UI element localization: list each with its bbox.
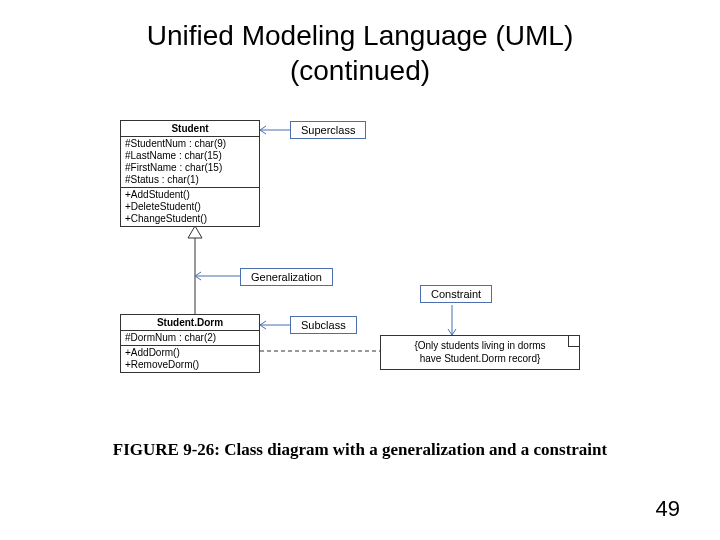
note-line-1: {Only students living in dorms <box>387 340 573 353</box>
connector-constraint <box>450 305 454 335</box>
attr: #FirstName : char(15) <box>125 162 255 174</box>
class-student-dorm: Student.Dorm #DormNum : char(2) +AddDorm… <box>120 314 260 373</box>
connector-generalization <box>195 274 240 278</box>
op: +AddDorm() <box>125 347 255 359</box>
attr: #StudentNum : char(9) <box>125 138 255 150</box>
op: +RemoveDorm() <box>125 359 255 371</box>
attr: #DormNum : char(2) <box>125 332 255 344</box>
class-student-operations: +AddStudent() +DeleteStudent() +ChangeSt… <box>121 188 259 226</box>
class-student: Student #StudentNum : char(9) #LastName … <box>120 120 260 227</box>
op: +AddStudent() <box>125 189 255 201</box>
label-generalization: Generalization <box>240 268 333 286</box>
label-constraint: Constraint <box>420 285 492 303</box>
label-superclass: Superclass <box>290 121 366 139</box>
op: +ChangeStudent() <box>125 213 255 225</box>
note-link <box>260 348 380 354</box>
generalization-arrow <box>185 226 205 314</box>
label-subclass: Subclass <box>290 316 357 334</box>
op: +DeleteStudent() <box>125 201 255 213</box>
class-student-name: Student <box>121 121 259 137</box>
constraint-note: {Only students living in dorms have Stud… <box>380 335 580 370</box>
note-line-2: have Student.Dorm record} <box>387 353 573 366</box>
title-line-2: (continued) <box>0 53 720 88</box>
svg-marker-2 <box>188 226 202 238</box>
connector-subclass <box>260 323 290 327</box>
slide-title: Unified Modeling Language (UML) (continu… <box>0 0 720 88</box>
class-student-attributes: #StudentNum : char(9) #LastName : char(1… <box>121 137 259 188</box>
page-number: 49 <box>656 496 680 522</box>
attr: #Status : char(1) <box>125 174 255 186</box>
connector-superclass <box>260 128 290 132</box>
class-student-dorm-name: Student.Dorm <box>121 315 259 331</box>
class-student-dorm-operations: +AddDorm() +RemoveDorm() <box>121 346 259 372</box>
class-student-dorm-attributes: #DormNum : char(2) <box>121 331 259 346</box>
title-line-1: Unified Modeling Language (UML) <box>0 18 720 53</box>
figure-caption: FIGURE 9-26: Class diagram with a genera… <box>0 440 720 460</box>
attr: #LastName : char(15) <box>125 150 255 162</box>
uml-diagram: Student #StudentNum : char(9) #LastName … <box>80 120 640 420</box>
